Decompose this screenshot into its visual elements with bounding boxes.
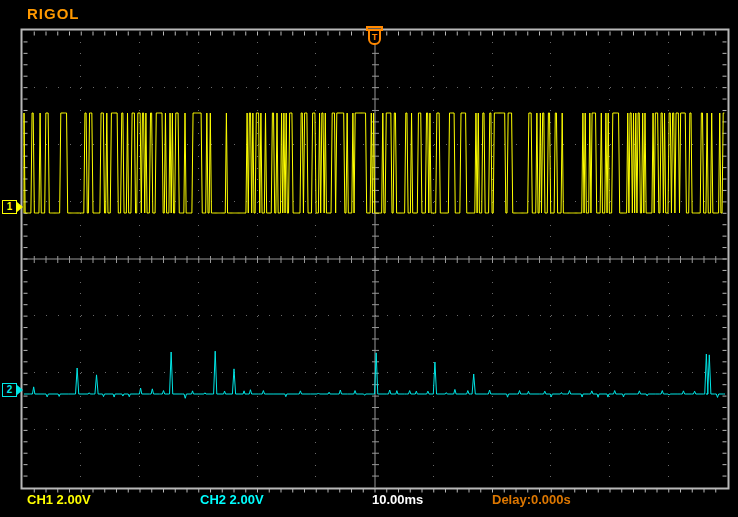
brand-logo: RIGOL (27, 5, 80, 22)
trigger-position-marker[interactable]: T (366, 26, 383, 48)
ch1-position-marker[interactable]: 1 (2, 200, 24, 214)
trigger-marker-top-bar (366, 26, 383, 28)
ch1-marker-label: 1 (2, 200, 17, 214)
ch1-marker-arrow (17, 202, 23, 212)
ch2-marker-arrow (17, 385, 23, 395)
trigger-marker-body: T (368, 29, 381, 45)
trigger-delay-readout: Delay:0.000s (492, 492, 571, 507)
oscilloscope-screen: { "brand": "RIGOL", "colors": { "backgro… (0, 0, 738, 517)
timebase-readout: 10.00ms (372, 492, 423, 507)
trigger-marker-label: T (372, 33, 378, 42)
graticule-and-waveforms-canvas (0, 0, 738, 517)
ch2-scale-readout: CH2 2.00V (200, 492, 264, 507)
ch1-scale-readout: CH1 2.00V (27, 492, 91, 507)
ch2-marker-label: 2 (2, 383, 17, 397)
status-bar: CH1 2.00V CH2 2.00V 10.00ms Delay:0.000s (0, 492, 738, 517)
ch2-position-marker[interactable]: 2 (2, 383, 24, 397)
